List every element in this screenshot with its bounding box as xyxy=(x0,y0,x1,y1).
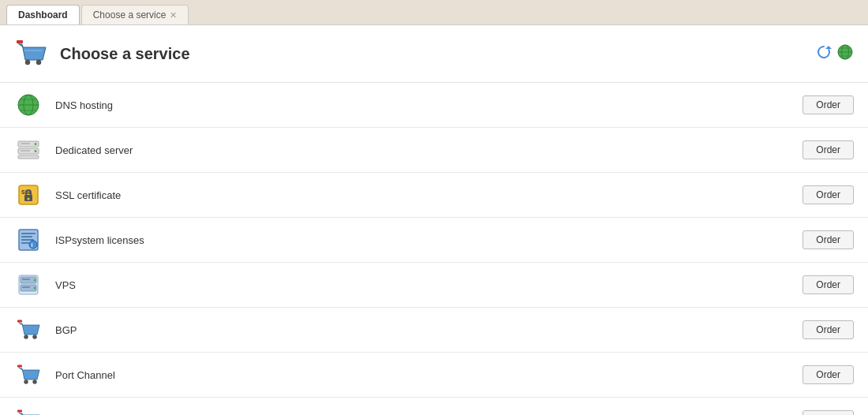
svg-rect-56 xyxy=(17,410,22,413)
svg-rect-29 xyxy=(21,233,36,234)
svg-rect-5 xyxy=(17,40,23,43)
service-row-port-channel: Port ChannelOrder xyxy=(0,353,868,398)
svg-point-39 xyxy=(34,287,36,290)
service-icon-port-channel xyxy=(14,361,43,389)
service-name-ssl-certificate: SSL certificate xyxy=(55,189,803,201)
order-button-bgp[interactable]: Order xyxy=(803,320,854,339)
svg-point-44 xyxy=(24,335,28,339)
svg-rect-22 xyxy=(21,143,30,144)
svg-rect-23 xyxy=(21,150,30,151)
order-button-ispsystem-licenses[interactable]: Order xyxy=(803,230,854,249)
service-row-ssl-certificate: SSL SSL certificateOrder xyxy=(0,173,868,218)
svg-point-38 xyxy=(34,279,36,282)
service-name-vps: VPS xyxy=(55,279,803,291)
svg-marker-0 xyxy=(19,44,46,60)
service-row-bgp: BGPOrder xyxy=(0,308,868,353)
page-header-left: Choose a service xyxy=(14,36,190,71)
svg-rect-30 xyxy=(21,236,32,237)
main-content: Choose a service xyxy=(0,25,868,415)
svg-marker-42 xyxy=(20,323,39,335)
service-row-dns-hosting: DNS hostingOrder xyxy=(0,83,868,128)
svg-rect-51 xyxy=(17,365,22,368)
tab-dashboard-label: Dashboard xyxy=(18,9,68,21)
service-list: DNS hostingOrder Dedicated serverOrder S… xyxy=(0,83,868,415)
svg-point-2 xyxy=(25,60,30,65)
service-name-dedicated-server: Dedicated server xyxy=(55,144,803,156)
svg-point-45 xyxy=(33,335,37,339)
order-button-dedicated-server[interactable]: Order xyxy=(803,140,854,159)
svg-marker-6 xyxy=(825,46,832,49)
page-header-right xyxy=(816,43,854,65)
cart-icon-large xyxy=(14,36,49,71)
service-icon-dedicated-server xyxy=(14,136,43,164)
svg-rect-19 xyxy=(18,155,39,159)
page-title: Choose a service xyxy=(60,45,190,63)
order-button-vlan[interactable]: Order xyxy=(803,410,854,415)
svg-point-21 xyxy=(35,150,37,152)
svg-rect-32 xyxy=(21,242,29,244)
service-name-port-channel: Port Channel xyxy=(55,369,803,381)
order-button-ssl-certificate[interactable]: Order xyxy=(803,185,854,204)
svg-point-20 xyxy=(35,143,37,145)
order-button-port-channel[interactable]: Order xyxy=(803,365,854,384)
svg-marker-47 xyxy=(20,368,39,379)
svg-point-49 xyxy=(24,380,28,384)
globe-icon[interactable] xyxy=(836,43,854,65)
svg-rect-46 xyxy=(17,320,22,323)
service-name-bgp: BGP xyxy=(55,324,803,336)
service-row-dedicated-server: Dedicated serverOrder xyxy=(0,128,868,173)
service-icon-vlan xyxy=(14,406,43,415)
svg-point-27 xyxy=(28,198,30,200)
svg-text:i: i xyxy=(32,242,33,248)
service-icon-dns-hosting xyxy=(14,91,43,119)
svg-rect-40 xyxy=(22,279,30,280)
order-button-dns-hosting[interactable]: Order xyxy=(803,95,854,114)
svg-point-33 xyxy=(29,241,37,249)
service-row-vlan: VLANOrder xyxy=(0,398,868,415)
service-icon-ispsystem-licenses: i xyxy=(14,226,43,254)
tab-choose-service[interactable]: Choose a service ✕ xyxy=(81,5,189,24)
service-name-dns-hosting: DNS hosting xyxy=(55,99,803,111)
tab-bar: Dashboard Choose a service ✕ xyxy=(0,0,868,25)
page-header: Choose a service xyxy=(0,25,868,83)
service-icon-bgp xyxy=(14,316,43,344)
service-icon-vps xyxy=(14,271,43,299)
service-row-vps: VPSOrder xyxy=(0,263,868,308)
service-icon-ssl-certificate: SSL xyxy=(14,181,43,209)
service-name-ispsystem-licenses: ISPsystem licenses xyxy=(55,234,803,246)
svg-point-50 xyxy=(33,380,37,384)
service-row-ispsystem-licenses: i ISPsystem licensesOrder xyxy=(0,218,868,263)
tab-close-icon[interactable]: ✕ xyxy=(170,10,177,21)
svg-point-3 xyxy=(36,60,41,65)
tab-choose-service-label: Choose a service xyxy=(93,9,166,21)
svg-rect-41 xyxy=(22,286,30,288)
refresh-icon[interactable] xyxy=(816,44,832,64)
order-button-vps[interactable]: Order xyxy=(803,275,854,294)
tab-dashboard[interactable]: Dashboard xyxy=(6,5,80,24)
